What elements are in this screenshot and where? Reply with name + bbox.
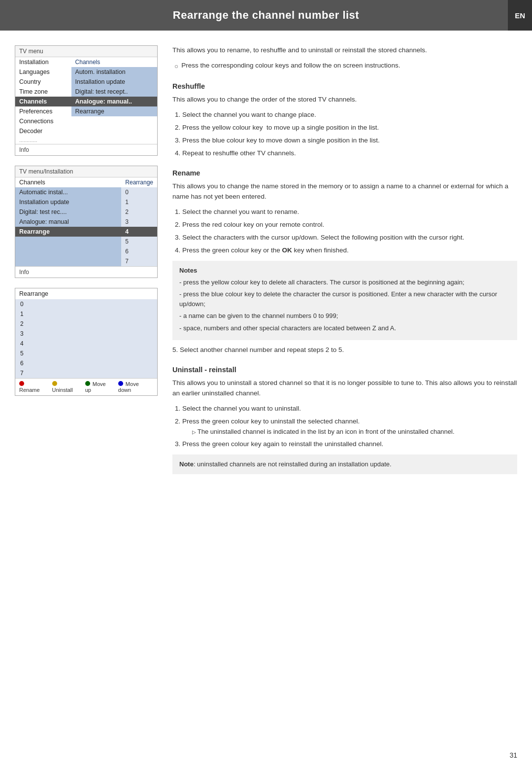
step5-text: 5. Select another channel number and rep… bbox=[172, 345, 517, 355]
inst-num0: 0 bbox=[121, 187, 157, 197]
menu-item-autom: Autom. installation bbox=[71, 67, 157, 77]
page-number: 31 bbox=[509, 751, 517, 759]
rename-heading: Rename bbox=[172, 168, 517, 178]
inst-digital: Digital: test rec.... bbox=[15, 207, 121, 217]
table-row: 5 bbox=[15, 237, 157, 246]
rename-intro: This allows you to change the name store… bbox=[172, 181, 517, 202]
inst-num7: 7 bbox=[121, 256, 157, 266]
table-row: Installation Channels bbox=[15, 57, 157, 67]
inst-num1: 1 bbox=[121, 197, 157, 207]
reshuffle-steps: Select the channel you want to change pl… bbox=[172, 110, 517, 159]
red-dot-icon bbox=[19, 381, 24, 386]
table-row: 6 bbox=[15, 246, 157, 256]
installation-menu-title: TV menu/Installation bbox=[15, 166, 157, 177]
menu-item-instupdate: Installation update bbox=[71, 77, 157, 87]
menu-item-country: Country bbox=[15, 77, 71, 87]
sub-bullet: The uninstalled channel is indicated in … bbox=[182, 427, 517, 437]
inst-empty1 bbox=[15, 237, 121, 246]
list-item: Select the characters with the cursor up… bbox=[182, 233, 517, 243]
rearrange-table: 0 1 2 3 4 5 bbox=[15, 299, 157, 378]
inst-empty2 bbox=[15, 246, 121, 256]
installation-menu-table: Channels Rearrange Automatic instal... 0… bbox=[15, 177, 157, 266]
rearrange-num1: 1 bbox=[15, 309, 157, 319]
table-row: 4 bbox=[15, 339, 157, 349]
installation-menu-box: TV menu/Installation Channels Rearrange … bbox=[15, 166, 158, 278]
rearrange-num7: 7 bbox=[15, 368, 157, 378]
list-item: Press the green colour key again to rein… bbox=[182, 439, 517, 450]
rearrange-legend: Rename Uninstall Move up Move down bbox=[15, 378, 157, 395]
inst-analogue: Analogue: manual bbox=[15, 217, 121, 227]
rearrange-num6: 6 bbox=[15, 358, 157, 368]
table-row: Country Installation update bbox=[15, 77, 157, 87]
page-header: Rearrange the channel number list EN bbox=[0, 0, 532, 31]
menu-item-channels-active: Channels bbox=[15, 97, 71, 106]
lang-badge: EN bbox=[508, 0, 532, 31]
list-item: Repeat to reshuffle other TV channels. bbox=[182, 148, 517, 159]
page-title: Rearrange the channel number list bbox=[0, 9, 532, 22]
inst-update: Installation update bbox=[15, 197, 121, 207]
rearrange-num5: 5 bbox=[15, 349, 157, 358]
menu-item-installation: Installation bbox=[15, 57, 71, 67]
tv-menu-table: Installation Channels Languages Autom. i… bbox=[15, 57, 157, 144]
table-row: 2 bbox=[15, 319, 157, 329]
uninstall-heading: Uninstall - reinstall bbox=[172, 364, 517, 375]
table-row: 6 bbox=[15, 358, 157, 368]
menu-item-digital: Digital: test recept.. bbox=[71, 87, 157, 97]
table-row: Digital: test rec.... 2 bbox=[15, 207, 157, 217]
table-row: Analogue: manual 3 bbox=[15, 217, 157, 227]
uninstall-intro: This allows you to uninstall a stored ch… bbox=[172, 378, 517, 399]
table-row-selected: Rearrange 4 bbox=[15, 227, 157, 237]
left-column: TV menu Installation Channels Languages … bbox=[15, 45, 158, 474]
menu-separator: ............ bbox=[15, 136, 71, 144]
rename-steps: Select the channel you want to rename. P… bbox=[172, 207, 517, 256]
legend-rename: Rename bbox=[19, 381, 47, 393]
blue-dot-icon bbox=[118, 381, 123, 386]
list-item: - press the yellow colour key to delete … bbox=[179, 278, 510, 287]
menu-item-empty2 bbox=[71, 126, 157, 136]
table-row: Languages Autom. installation bbox=[15, 67, 157, 77]
list-item: Press the blue colour key to move down a… bbox=[182, 136, 517, 146]
table-row: 0 bbox=[15, 299, 157, 309]
table-row: 3 bbox=[15, 329, 157, 339]
intro-text: This allows you to rename, to reshuffle … bbox=[172, 45, 517, 56]
tv-menu-box: TV menu Installation Channels Languages … bbox=[15, 45, 158, 156]
tv-menu-title: TV menu bbox=[15, 46, 157, 57]
menu-item-channels: Channels bbox=[71, 57, 157, 67]
table-row: Preferences Rearrange bbox=[15, 106, 157, 116]
list-item: Press the yellow colour key to move up a… bbox=[182, 123, 517, 133]
rearrange-num2: 2 bbox=[15, 319, 157, 329]
rearrange-num0: 0 bbox=[15, 299, 157, 309]
table-row: Connections bbox=[15, 116, 157, 126]
green-dot-icon bbox=[85, 381, 90, 386]
legend-move-up: Move up bbox=[85, 381, 113, 393]
menu-item-analogue: Analogue: manual.. bbox=[71, 97, 157, 106]
inst-autom: Automatic instal... bbox=[15, 187, 121, 197]
table-row: 7 bbox=[15, 256, 157, 266]
legend-uninstall: Uninstall bbox=[52, 381, 80, 393]
list-item: - press the blue colour key to delete th… bbox=[179, 289, 510, 309]
bullet-item: ○ Press the corresponding colour keys an… bbox=[172, 61, 517, 72]
reshuffle-intro: This allows you to change the order of t… bbox=[172, 95, 517, 105]
table-row: ............ bbox=[15, 136, 157, 144]
table-row: Automatic instal... 0 bbox=[15, 187, 157, 197]
yellow-dot-icon bbox=[52, 381, 57, 386]
table-row: 7 bbox=[15, 368, 157, 378]
rearrange-num4: 4 bbox=[15, 339, 157, 349]
inst-num5: 5 bbox=[121, 237, 157, 246]
bullet-icon: ○ bbox=[174, 62, 178, 72]
table-row: Decoder bbox=[15, 126, 157, 136]
installation-menu-info: Info bbox=[15, 266, 157, 278]
list-item: Press the green colour key to uninstall … bbox=[182, 417, 517, 437]
list-item: - space, numbers and other special chara… bbox=[179, 323, 510, 333]
notes-title: Notes bbox=[179, 266, 510, 276]
list-item: - a name can be given to the channel num… bbox=[179, 311, 510, 321]
menu-item-languages: Languages bbox=[15, 67, 71, 77]
bullet-text: Press the corresponding colour keys and … bbox=[181, 61, 400, 72]
table-row-selected: Channels Analogue: manual.. bbox=[15, 97, 157, 106]
notes-box: Notes - press the yellow colour key to d… bbox=[172, 261, 517, 340]
inst-rearrange-active: Rearrange bbox=[15, 227, 121, 237]
rearrange-title: Rearrange bbox=[15, 288, 157, 299]
list-item: Select the channel you want to uninstall… bbox=[182, 404, 517, 414]
rearrange-num3: 3 bbox=[15, 329, 157, 339]
list-item: Press the red colour key on your remote … bbox=[182, 220, 517, 230]
